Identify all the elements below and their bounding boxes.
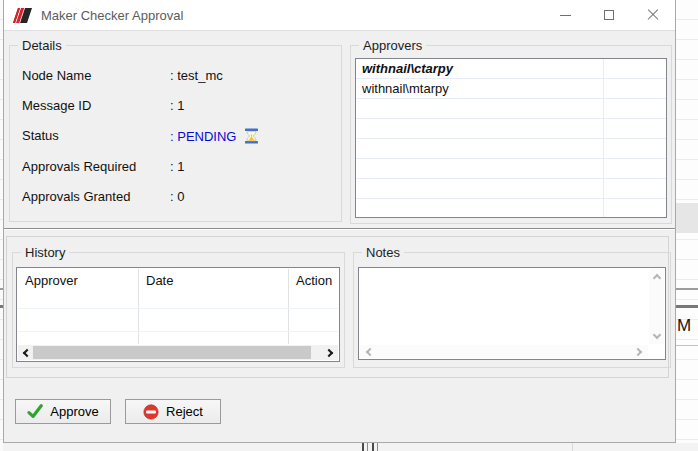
approver-list-item[interactable]: withnail\ctarpy [356,59,666,79]
history-row-divider [18,331,338,332]
approvers-group-label: Approvers [359,38,426,53]
close-icon [647,9,659,21]
history-column-header: Approver [17,268,138,292]
reject-button[interactable]: Reject [125,399,221,424]
approver-list-item[interactable]: withnail\mtarpy [356,79,666,99]
approvers-list: withnail\ctarpy withnail\mtarpy [355,58,667,218]
scrollbar-thumb[interactable] [33,346,311,359]
maximize-icon [604,10,614,20]
notes-vertical-scrollbar[interactable] [649,269,664,344]
history-column-divider [288,269,289,344]
maximize-button[interactable] [587,0,631,30]
background-divider [676,345,698,346]
approver-list-item-empty [356,99,666,119]
background-divider [676,305,698,308]
field-value: : 0 [170,189,184,204]
background-mark [377,443,378,451]
field-label: Node Name [22,68,91,83]
history-table: Approver Date Action [16,267,340,362]
history-column-divider [138,269,139,344]
app-logo-icon [13,7,33,24]
history-column-header: Action [288,268,339,292]
field-label: Status [22,128,59,143]
horizontal-splitter[interactable] [4,228,675,233]
title-bar[interactable]: Maker Checker Approval [4,0,675,31]
history-horizontal-scrollbar[interactable] [18,345,338,360]
scroll-left-icon[interactable] [18,345,33,360]
reject-no-entry-icon [143,404,159,420]
history-notes-panel: History Approver Date Action [6,236,669,378]
notes-group: Notes [353,252,671,368]
window-title: Maker Checker Approval [41,8,183,23]
approver-list-item-empty [356,199,666,218]
notes-box [358,267,666,360]
notes-horizontal-scrollbar[interactable] [360,345,648,358]
details-group: Details Node Name : test_mc Message ID :… [9,45,342,222]
detail-row: Status : PENDING [22,128,335,146]
scroll-right-icon[interactable] [634,347,642,355]
approver-list-item-empty [356,139,666,159]
minimize-icon [560,15,571,16]
detail-row: Approvals Required : 1 [22,159,335,177]
scroll-down-icon[interactable] [652,331,660,339]
history-group-label: History [21,245,69,260]
background-clipped-text: M [677,316,691,336]
approvers-group: Approvers withnail\ctarpy withnail\mtarp… [350,45,672,224]
background-mark [362,443,364,451]
field-value: : 1 [170,159,184,174]
background-mark [572,443,573,451]
field-label: Message ID [22,98,91,113]
history-row-divider [18,308,338,309]
history-group: History Approver Date Action [12,252,345,368]
background-divider [676,288,698,290]
details-group-label: Details [18,38,66,53]
background-window-bottom-sliver [0,443,698,451]
approve-check-icon [27,404,43,419]
field-label: Approvals Granted [22,189,130,204]
scroll-up-icon[interactable] [652,274,660,282]
hourglass-icon [244,128,259,144]
detail-row: Message ID : 1 [22,98,335,116]
background-row-band [676,203,698,233]
approver-list-item-empty [356,179,666,199]
scroll-right-icon[interactable] [323,345,338,360]
history-column-header: Date [138,268,288,292]
field-label: Approvals Required [22,159,136,174]
background-mark [367,443,368,451]
close-button[interactable] [631,0,675,30]
background-mark [372,443,374,451]
minimize-button[interactable] [543,0,587,30]
notes-input[interactable] [360,269,648,344]
detail-row: Approvals Granted : 0 [22,189,335,207]
window-controls [543,0,675,30]
approve-button[interactable]: Approve [15,399,111,424]
detail-row: Node Name : test_mc [22,68,335,86]
approver-list-item-empty [356,159,666,179]
approver-list-item-empty [356,119,666,139]
field-value: : 1 [170,98,184,113]
notes-group-label: Notes [362,245,404,260]
status-value: : PENDING [170,128,259,144]
maker-checker-approval-dialog: Maker Checker Approval Details Node Name… [3,0,676,443]
field-value: : test_mc [170,68,223,83]
scroll-left-icon[interactable] [366,347,374,355]
desktop-background: M Maker Checker Approval [0,0,698,451]
